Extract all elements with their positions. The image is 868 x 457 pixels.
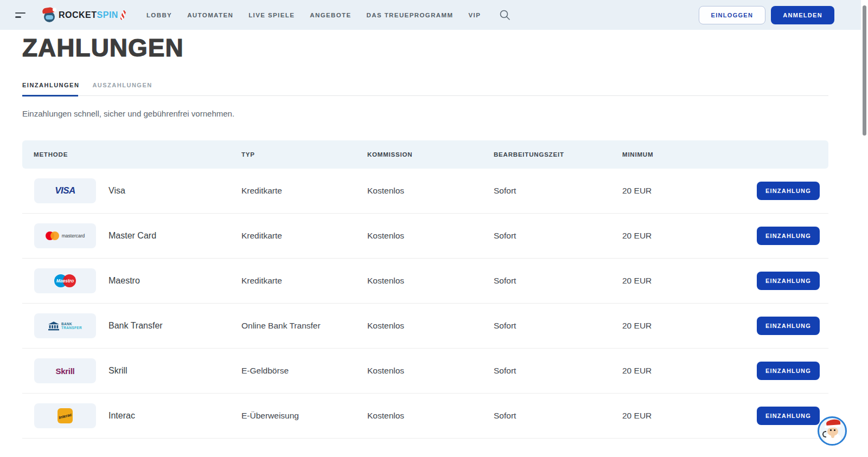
method-type: E-Geldbörse <box>241 366 367 376</box>
payment-methods-table: METHODE TYP KOMMISSION BEARBEITUNGSZEIT … <box>22 140 828 439</box>
payments-page: ZAHLUNGEN EINZAHLUNGEN AUSZAHLUNGEN Einz… <box>0 33 828 439</box>
logo[interactable]: ROCKETSPIN <box>42 8 125 22</box>
tab-auszahlungen[interactable]: AUSZAHLUNGEN <box>92 82 153 95</box>
candy-cane-icon <box>120 10 126 20</box>
method-minimum: 20 EUR <box>622 411 736 421</box>
bank-transfer-logo-icon: BANKTRANSFER <box>34 313 96 338</box>
method-commission: Kostenlos <box>367 321 494 331</box>
method-commission: Kostenlos <box>367 276 494 286</box>
column-header-typ: TYP <box>241 151 367 158</box>
method-type: Kreditkarte <box>241 276 367 286</box>
search-icon[interactable] <box>499 9 510 21</box>
menu-icon[interactable] <box>15 12 27 18</box>
method-minimum: 20 EUR <box>622 321 736 331</box>
einzahlung-button[interactable]: EINZAHLUNG <box>757 227 820 245</box>
method-type: Kreditkarte <box>241 231 367 241</box>
tab-einzahlungen[interactable]: EINZAHLUNGEN <box>22 82 80 95</box>
visa-logo-icon: VISA <box>34 178 96 203</box>
nav-item-automaten[interactable]: AUTOMATEN <box>187 12 233 18</box>
method-commission: Kostenlos <box>367 186 494 196</box>
method-processing-time: Sofort <box>494 186 622 196</box>
nav-item-lobby[interactable]: LOBBY <box>146 12 172 18</box>
table-row: BANKTRANSFER Bank Transfer Online Bank T… <box>22 304 828 349</box>
column-header-bearbeitungszeit: BEARBEITUNGSZEIT <box>494 151 622 158</box>
method-commission: Kostenlos <box>367 231 494 241</box>
nav-item-treueprogramm[interactable]: DAS TREUEPROGRAMM <box>367 12 454 18</box>
auth-buttons: EINLOGGEN ANMELDEN <box>699 6 834 24</box>
einzahlung-button[interactable]: EINZAHLUNG <box>757 272 820 290</box>
einzahlung-button[interactable]: EINZAHLUNG <box>757 407 820 425</box>
payments-tabs: EINZAHLUNGEN AUSZAHLUNGEN <box>22 82 828 96</box>
method-processing-time: Sofort <box>494 276 622 286</box>
method-processing-time: Sofort <box>494 411 622 421</box>
page-title: ZAHLUNGEN <box>22 33 828 62</box>
method-minimum: 20 EUR <box>622 276 736 286</box>
interac-logo-icon: Interac <box>34 403 96 428</box>
column-header-minimum: MINIMUM <box>622 151 736 158</box>
column-header-methode: METHODE <box>22 151 241 158</box>
method-type: Online Bank Transfer <box>241 321 367 331</box>
method-processing-time: Sofort <box>494 366 622 376</box>
method-minimum: 20 EUR <box>622 366 736 376</box>
column-header-kommission: KOMMISSION <box>367 151 494 158</box>
method-minimum: 20 EUR <box>622 231 736 241</box>
live-chat-widget[interactable] <box>818 416 847 446</box>
top-navbar: ROCKETSPIN LOBBY AUTOMATEN LIVE SPIELE A… <box>0 0 868 30</box>
maestro-logo-icon: Maestro <box>34 268 96 293</box>
method-name: Bank Transfer <box>108 321 163 331</box>
table-row: Maestro Maestro Kreditkarte Kostenlos So… <box>22 259 828 304</box>
logo-text: ROCKETSPIN <box>59 10 118 20</box>
table-row: VISA Visa Kreditkarte Kostenlos Sofort 2… <box>22 169 828 214</box>
einzahlung-button[interactable]: EINZAHLUNG <box>757 317 820 335</box>
method-type: Kreditkarte <box>241 186 367 196</box>
scrollbar-thumb[interactable] <box>863 5 866 136</box>
table-row: mastercard Master Card Kreditkarte Koste… <box>22 214 828 259</box>
method-minimum: 20 EUR <box>622 186 736 196</box>
main-nav: LOBBY AUTOMATEN LIVE SPIELE ANGEBOTE DAS… <box>146 9 510 21</box>
method-name: Skrill <box>108 366 127 376</box>
method-name: Visa <box>108 186 125 196</box>
method-processing-time: Sofort <box>494 321 622 331</box>
method-type: E-Überweisung <box>241 411 367 421</box>
table-header-row: METHODE TYP KOMMISSION BEARBEITUNGSZEIT … <box>22 140 828 169</box>
signup-button[interactable]: ANMELDEN <box>771 6 834 24</box>
einzahlung-button[interactable]: EINZAHLUNG <box>757 362 820 380</box>
method-processing-time: Sofort <box>494 231 622 241</box>
method-commission: Kostenlos <box>367 411 494 421</box>
method-name: Interac <box>108 411 135 421</box>
login-button[interactable]: EINLOGGEN <box>699 6 766 24</box>
logo-mascot-icon <box>42 8 56 22</box>
table-row: Interac Interac E-Überweisung Kostenlos … <box>22 394 828 439</box>
mastercard-logo-icon: mastercard <box>34 223 96 248</box>
method-name: Maestro <box>108 276 140 286</box>
method-name: Master Card <box>108 231 156 241</box>
einzahlung-button[interactable]: EINZAHLUNG <box>757 182 820 200</box>
table-row: Skrill Skrill E-Geldbörse Kostenlos Sofo… <box>22 349 828 394</box>
method-commission: Kostenlos <box>367 366 494 376</box>
nav-item-live-spiele[interactable]: LIVE SPIELE <box>248 12 295 18</box>
deposits-description: Einzahlungen schnell, sicher und gebühre… <box>22 109 828 118</box>
nav-item-vip[interactable]: VIP <box>469 12 481 18</box>
skrill-logo-icon: Skrill <box>34 358 96 383</box>
nav-item-angebote[interactable]: ANGEBOTE <box>310 12 351 18</box>
page-scrollbar[interactable] <box>861 0 868 457</box>
